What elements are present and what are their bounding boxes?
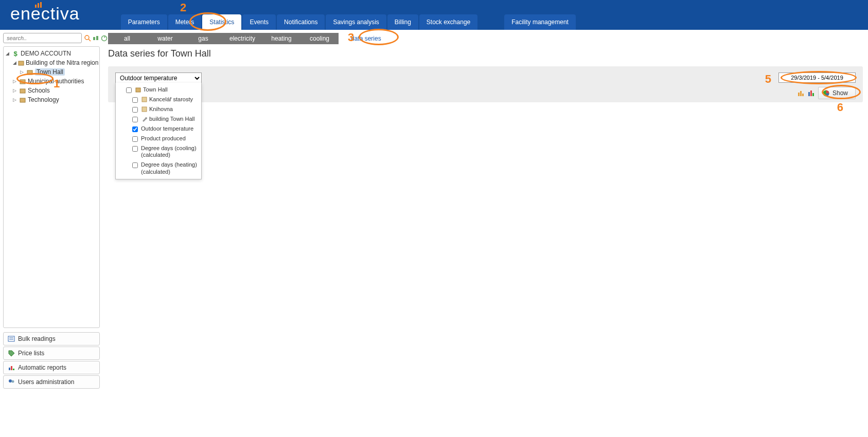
checkbox[interactable] [126,87,132,93]
main-nav: Parameters Meters Statistics Events Noti… [121,14,576,30]
users-admin-button[interactable]: Users administration [3,375,100,389]
subtab-gas[interactable]: gas [184,33,222,44]
subtab-electricity[interactable]: electricity [222,33,262,44]
subtab-water[interactable]: water [146,33,184,44]
checkbox[interactable] [132,97,138,103]
logo-accent-icon [35,2,42,8]
svg-rect-26 [812,93,814,96]
users-icon [8,378,15,386]
subtab-heating[interactable]: heating [262,33,300,44]
dollar-icon: $ [12,50,19,57]
nav-events[interactable]: Events [242,14,276,30]
nav-statistics[interactable]: Statistics [202,14,241,30]
checkbox[interactable] [132,107,138,113]
svg-point-17 [12,380,14,383]
st-outdoor-temp[interactable]: Outdoor temperature [116,124,201,134]
price-lists-button[interactable]: Price lists [3,347,100,360]
svg-rect-14 [11,366,12,370]
tree-townhall[interactable]: ▷ Town Hall [20,67,98,77]
nav-parameters[interactable]: Parameters [121,14,167,30]
location-tree: ◢ $ DEMO ACCOUTN ◢ Building of the Nitra… [3,46,100,328]
annotation-6-number: 6 [837,101,843,114]
building-icon [18,60,24,66]
show-button[interactable]: Show [818,87,856,99]
checkbox[interactable] [132,136,138,142]
office-icon [141,96,147,102]
subtab-all[interactable]: all [108,33,146,44]
tree-municipal[interactable]: ▷ Municipal authorities [13,77,98,86]
page-title: Data series for Town Hall [108,48,863,59]
svg-rect-6 [27,70,32,75]
nav-savings[interactable]: Savings analysis [326,14,386,30]
chart-bar-icon[interactable] [798,89,805,97]
checkbox[interactable] [132,162,138,168]
tree-expand-icon[interactable] [92,34,99,42]
series-tree-dropdown: Town Hall Kancelář starosty Knihovna bui… [115,83,202,179]
st-product[interactable]: Product produced [116,134,201,143]
tree-nitra[interactable]: ◢ Building of the Nitra region [13,58,98,67]
building-icon [19,87,26,94]
svg-line-1 [88,39,91,41]
list-icon [8,335,15,342]
svg-rect-20 [142,107,147,112]
svg-rect-22 [800,91,802,96]
bar-chart-icon [8,364,15,371]
checkbox[interactable] [132,146,138,152]
svg-point-16 [9,379,12,383]
st-dd-cooling[interactable]: Degree days (cooling) (calculated) [116,143,201,160]
search-magnifier-icon[interactable] [84,34,91,42]
st-knihovna[interactable]: Knihovna [116,104,201,114]
annotation-2-number: 2 [180,1,186,14]
st-kancelar[interactable]: Kancelář starosty [116,95,201,104]
expander-icon[interactable]: ◢ [13,60,16,65]
nav-billing[interactable]: Billing [387,14,418,30]
tag-icon [8,350,15,357]
checkbox[interactable] [132,126,138,132]
svg-rect-13 [9,368,10,370]
svg-rect-21 [798,93,800,96]
expander-icon[interactable]: ▷ [13,97,17,102]
logo-text: enectiva [10,4,80,23]
pie-chart-icon [823,89,830,97]
expander-icon[interactable]: ▷ [13,88,17,93]
sidebar: ◢ $ DEMO ACCOUTN ◢ Building of the Nitra… [0,30,103,437]
svg-rect-9 [20,98,25,102]
tree-schools[interactable]: ▷ Schools [13,86,98,95]
nav-notifications[interactable]: Notifications [277,14,325,30]
st-building-th[interactable]: building Town Hall [116,114,201,124]
svg-rect-25 [810,90,812,96]
nav-stock[interactable]: Stock exchange [419,14,477,30]
right-controls: Show [778,72,856,99]
main-content: all water gas electricity heating coolin… [103,30,868,437]
checkbox[interactable] [132,117,138,122]
building-icon [19,78,26,84]
date-range-input[interactable] [778,72,856,83]
svg-rect-10 [8,336,14,341]
series-select[interactable]: Outdoor temperature [115,72,202,84]
automatic-reports-button[interactable]: Automatic reports [3,361,100,374]
nav-meters[interactable]: Meters [168,14,202,30]
svg-rect-5 [19,61,24,65]
svg-rect-8 [20,89,25,93]
nav-facility[interactable]: Facility management [504,14,576,30]
expander-icon[interactable]: ▷ [20,69,25,75]
chart-column-icon[interactable] [808,89,815,97]
expander-icon[interactable]: ◢ [6,51,10,56]
wrench-icon [141,116,147,122]
header: enectiva Parameters Meters Statistics Ev… [0,0,868,30]
svg-rect-15 [13,369,14,370]
st-dd-heating[interactable]: Degree days (heating) (calculated) [116,160,201,176]
subtab-cooling[interactable]: cooling [300,33,339,44]
svg-rect-23 [802,94,804,96]
expander-icon[interactable]: ▷ [13,79,17,84]
sidebar-bottom: Bulk readings Price lists Automatic repo… [3,332,100,389]
svg-rect-7 [20,80,25,84]
bulk-readings-button[interactable]: Bulk readings [3,332,100,345]
tree-root[interactable]: ◢ $ DEMO ACCOUTN [6,49,98,58]
search-input[interactable] [3,33,82,43]
building-icon [135,86,141,93]
building-icon [19,97,26,103]
st-townhall[interactable]: Town Hall [116,85,201,95]
tree-technology[interactable]: ▷ Technology [13,95,98,104]
data-series-link[interactable]: data series [351,33,381,44]
